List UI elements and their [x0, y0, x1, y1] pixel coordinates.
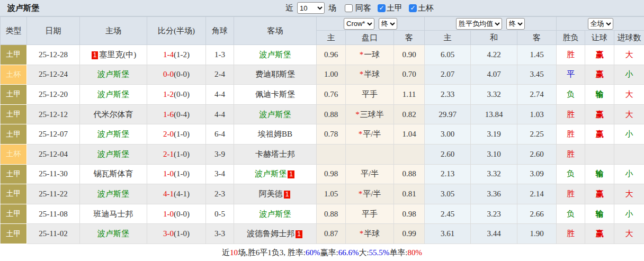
- away-team-cell: 佩迪卡斯堡: [234, 85, 317, 105]
- handicap-line: 平手: [346, 204, 394, 224]
- table-row: 土杯25-12-04波卢斯堡2-1(1-0)3-9卡赫塔士邦2.603.102.…: [1, 144, 644, 164]
- subcol-eu-home: 主: [425, 31, 471, 45]
- same-away-checkbox[interactable]: [345, 4, 353, 12]
- odds-home: 3.05: [425, 184, 471, 204]
- handicap-away-odds: 1.11: [394, 85, 425, 105]
- red-card-badge: 1: [284, 191, 291, 199]
- handicap-away-odds: [394, 144, 425, 164]
- score-cell: 1-0(1-0): [147, 164, 206, 184]
- odds-home: 2.45: [425, 204, 471, 224]
- handicap-line: *平/半: [346, 184, 394, 204]
- team-name: 波德鲁姆士邦1: [247, 229, 303, 238]
- handicap-home-odds: 0.76: [317, 85, 346, 105]
- league-checkbox[interactable]: [378, 4, 386, 12]
- table-row: 土甲25-11-08班迪马士邦1-0(0-0)0-5波卢斯堡0.88平手0.98…: [1, 204, 644, 224]
- away-team-cell: 波卢斯堡: [234, 204, 317, 224]
- result-wdl: 负: [557, 85, 585, 105]
- handicap-final-select[interactable]: 终: [379, 18, 397, 30]
- handicap-home-odds: 0.88: [317, 104, 346, 124]
- asterisk-icon: *: [355, 110, 360, 119]
- cup-checkbox[interactable]: [409, 4, 417, 12]
- table-row: 土甲25-11-30锡瓦斯体育1-0(1-0)3-4波卢斯堡10.98平/半0.…: [1, 164, 644, 184]
- team-name: 佩迪卡斯堡: [255, 90, 295, 98]
- subcol-ah-home: 主: [317, 31, 346, 45]
- subcol-ah-away: 客: [394, 31, 425, 45]
- odds-final-select[interactable]: 终: [506, 18, 525, 30]
- col-header-type: 类型: [1, 17, 27, 45]
- odds-home: 6.05: [425, 45, 471, 65]
- result-goals: 大: [614, 85, 644, 105]
- table-row: 土甲25-11-02波卢斯堡3-0(1-0)3-3波德鲁姆士邦10.87*半球0…: [1, 224, 644, 244]
- home-team-cell: 波卢斯堡: [80, 224, 147, 244]
- filter-controls: 近 10 场 同客 土甲 土杯: [284, 0, 435, 16]
- team-name: 费迪耶斯堡: [255, 70, 295, 78]
- corner-cell: 3-9: [206, 144, 234, 164]
- odds-away: 2.14: [517, 184, 557, 204]
- team-name: 埃祖姆BB: [258, 130, 292, 138]
- col-header-score: 比分(半场): [147, 17, 206, 45]
- recent-count-select[interactable]: 10: [297, 2, 325, 14]
- corner-cell: 3-4: [206, 164, 234, 184]
- asterisk-icon: *: [359, 190, 363, 198]
- date-cell: 25-12-12: [27, 104, 80, 124]
- handicap-home-odds: 0.96: [317, 45, 346, 65]
- home-team-cell: 波卢斯堡: [80, 65, 147, 85]
- handicap-away-odds: 0.88: [394, 164, 425, 184]
- result-handicap: 赢: [585, 184, 614, 204]
- handicap-line: 平/半: [346, 164, 394, 184]
- team-name: 1塞里克(中): [91, 50, 137, 59]
- handicap-line: *一球: [346, 45, 394, 65]
- table-row: 土甲25-12-07波卢斯堡2-0(1-0)6-4埃祖姆BB0.78*平/半1.…: [1, 124, 644, 145]
- score-cell: 4-1(4-1): [147, 184, 206, 204]
- home-team-cell: 波卢斯堡: [80, 85, 147, 105]
- match-type-cell: 土甲: [1, 104, 27, 124]
- away-team-cell: 费迪耶斯堡: [234, 65, 317, 85]
- result-handicap: 赢: [585, 124, 614, 145]
- result-wdl: 胜: [557, 45, 585, 65]
- away-team-cell: 波卢斯堡1: [234, 164, 317, 184]
- result-goals: 大: [614, 104, 644, 124]
- date-cell: 25-12-04: [27, 144, 80, 164]
- score-cell: 2-0(1-0): [147, 124, 206, 145]
- team-name: 波卢斯堡: [260, 210, 291, 218]
- team-name: 波卢斯堡: [97, 150, 129, 158]
- match-history-table: 类型 日期 主场 比分(半场) 角球 客场 Crow* 终 胜平负均值 终 全场: [0, 16, 644, 244]
- date-cell: 25-11-22: [27, 184, 80, 204]
- result-handicap: 赢: [585, 104, 614, 124]
- result-handicap: 赢: [585, 45, 614, 65]
- bookmaker-select[interactable]: Crow*: [344, 18, 374, 30]
- summary-segment: 60%: [306, 248, 320, 257]
- scope-select[interactable]: 全场: [588, 18, 613, 30]
- corner-cell: 1-3: [206, 45, 234, 65]
- corner-cell: 0-5: [206, 204, 234, 224]
- date-cell: 25-12-28: [27, 45, 80, 65]
- match-type-cell: 土甲: [1, 164, 27, 184]
- avg-odds-select[interactable]: 胜平负均值: [456, 18, 502, 30]
- league-label: 土甲: [387, 3, 402, 13]
- odds-away: 2.66: [517, 204, 557, 224]
- handicap-away-odds: 1.04: [394, 124, 425, 145]
- result-goals: 小: [614, 124, 644, 145]
- odds-home: 3.00: [425, 124, 471, 145]
- handicap-line: *平/半: [346, 124, 394, 145]
- odds-draw: 3.44: [471, 224, 517, 244]
- odds-home: 2.07: [425, 65, 471, 85]
- handicap-away-odds: 0.98: [394, 204, 425, 224]
- subcol-ah-line: 盘口: [346, 31, 394, 45]
- asterisk-icon: *: [360, 70, 364, 78]
- team-name: 波卢斯堡1: [255, 169, 296, 178]
- team-name: 波卢斯堡: [97, 130, 129, 138]
- result-goals: 小: [614, 204, 644, 224]
- odds-draw: 3.19: [471, 124, 517, 145]
- result-handicap: 赢: [585, 65, 614, 85]
- date-cell: 25-12-24: [27, 65, 80, 85]
- table-row: 土甲25-12-20波卢斯堡1-2(0-0)4-4佩迪卡斯堡0.76平手1.11…: [1, 85, 644, 105]
- result-wdl: 胜: [557, 144, 585, 164]
- summary-bar: 近10场,胜6平1负3, 胜率:60% 赢率:66.6% 大:55.5% 单率:…: [0, 244, 644, 261]
- avg-odds-select-group: 胜平负均值 终: [425, 17, 557, 31]
- score-cell: 3-0(1-0): [147, 224, 206, 244]
- handicap-away-odds: 0.82: [394, 104, 425, 124]
- team-name: 卡赫塔士邦: [255, 150, 295, 158]
- match-type-cell: 土甲: [1, 124, 27, 145]
- result-wdl: 负: [557, 204, 585, 224]
